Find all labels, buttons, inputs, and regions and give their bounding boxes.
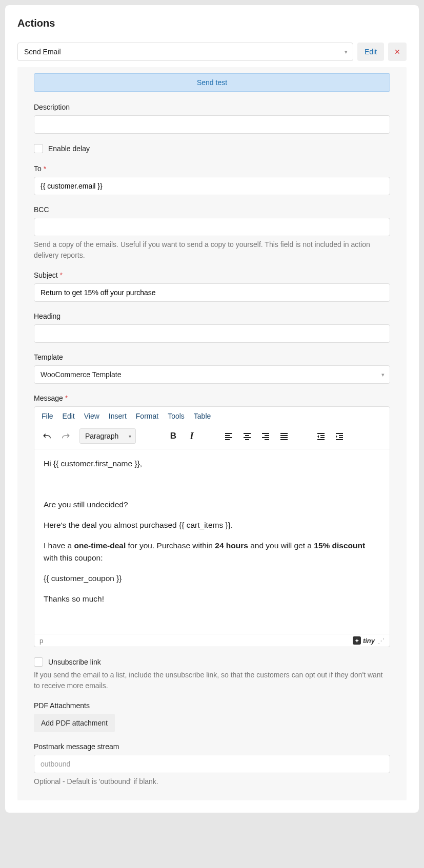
add-pdf-button[interactable]: Add PDF attachment bbox=[34, 714, 115, 732]
unsubscribe-label: Unsubscribe link bbox=[48, 658, 101, 666]
description-label: Description bbox=[34, 103, 390, 111]
message-line: Are you still undecided? bbox=[44, 499, 380, 511]
editor-statusbar: p ✦tiny ⋰ bbox=[34, 634, 390, 647]
menu-table[interactable]: Table bbox=[194, 412, 211, 420]
template-label: Template bbox=[34, 353, 390, 361]
align-center-icon bbox=[243, 431, 252, 441]
to-field: To * bbox=[34, 164, 390, 195]
template-select[interactable]: WooCommerce Template ▾ bbox=[34, 365, 390, 384]
page-title: Actions bbox=[17, 17, 407, 29]
heading-field: Heading bbox=[34, 312, 390, 343]
action-type-value: Send Email bbox=[24, 48, 61, 56]
align-justify-icon bbox=[279, 431, 289, 441]
align-right-icon bbox=[261, 431, 270, 441]
chevron-down-icon: ▾ bbox=[381, 371, 385, 378]
outdent-icon bbox=[316, 431, 326, 441]
indent-button[interactable] bbox=[332, 428, 347, 444]
chevron-down-icon: ▾ bbox=[345, 49, 348, 55]
indent-icon bbox=[335, 431, 344, 441]
message-line: I have a one-time-deal for you. Purchase… bbox=[44, 540, 380, 564]
message-line: Hi {{ customer.first_name }}, bbox=[44, 458, 380, 470]
align-justify-button[interactable] bbox=[276, 428, 292, 444]
to-input[interactable] bbox=[34, 177, 390, 195]
action-type-select[interactable]: Send Email ▾ bbox=[17, 43, 353, 61]
editor-content-area[interactable]: Hi {{ customer.first_name }}, Are you st… bbox=[34, 449, 390, 634]
actions-card: Actions Send Email ▾ Edit ✕ Send test De… bbox=[5, 5, 419, 813]
menu-tools[interactable]: Tools bbox=[168, 412, 185, 420]
action-top-row: Send Email ▾ Edit ✕ bbox=[17, 43, 407, 61]
unsubscribe-field: Unsubscribe link bbox=[34, 657, 390, 667]
undo-icon bbox=[43, 431, 52, 441]
resize-handle-icon[interactable]: ⋰ bbox=[378, 637, 385, 645]
menu-format[interactable]: Format bbox=[136, 412, 158, 420]
align-left-button[interactable] bbox=[221, 428, 236, 444]
subject-label: Subject * bbox=[34, 271, 390, 279]
align-left-icon bbox=[224, 431, 233, 441]
editor-menubar: File Edit View Insert Format Tools Table bbox=[34, 407, 390, 425]
unsubscribe-checkbox[interactable] bbox=[34, 657, 43, 667]
bold-icon: B bbox=[170, 431, 176, 441]
unsubscribe-help: If you send the email to a list, include… bbox=[34, 670, 390, 691]
close-icon: ✕ bbox=[394, 48, 400, 56]
template-value: WooCommerce Template bbox=[41, 370, 121, 379]
message-line: {{ customer_coupon }} bbox=[44, 572, 380, 585]
menu-file[interactable]: File bbox=[42, 412, 53, 420]
block-format-select[interactable]: Paragraph ▾ bbox=[79, 428, 136, 444]
redo-icon bbox=[61, 431, 70, 441]
delete-button[interactable]: ✕ bbox=[388, 43, 407, 61]
editor-toolbar: Paragraph ▾ B I bbox=[34, 425, 390, 449]
enable-delay-label: Enable delay bbox=[48, 144, 90, 153]
pdf-label: PDF Attachments bbox=[34, 701, 390, 710]
bcc-help: Send a copy of the emails. Useful if you… bbox=[34, 239, 390, 261]
bcc-input[interactable] bbox=[34, 218, 390, 236]
align-right-button[interactable] bbox=[258, 428, 273, 444]
outdent-button[interactable] bbox=[313, 428, 329, 444]
menu-insert[interactable]: Insert bbox=[109, 412, 127, 420]
menu-view[interactable]: View bbox=[84, 412, 99, 420]
heading-label: Heading bbox=[34, 312, 390, 320]
rich-text-editor: File Edit View Insert Format Tools Table bbox=[34, 406, 390, 647]
message-field: Message * File Edit View Insert Format T… bbox=[34, 394, 390, 647]
template-field: Template WooCommerce Template ▾ bbox=[34, 353, 390, 384]
edit-button[interactable]: Edit bbox=[357, 43, 384, 61]
postmark-input[interactable] bbox=[34, 755, 390, 773]
bcc-field: BCC Send a copy of the emails. Useful if… bbox=[34, 205, 390, 261]
description-field: Description bbox=[34, 103, 390, 134]
chevron-down-icon: ▾ bbox=[129, 433, 131, 439]
redo-button[interactable] bbox=[58, 428, 73, 444]
bcc-label: BCC bbox=[34, 205, 390, 214]
postmark-help: Optional - Default is 'outbound' if blan… bbox=[34, 776, 390, 787]
menu-edit[interactable]: Edit bbox=[63, 412, 75, 420]
enable-delay-field: Enable delay bbox=[34, 144, 390, 153]
enable-delay-checkbox[interactable] bbox=[34, 144, 43, 153]
subject-field: Subject * bbox=[34, 271, 390, 302]
message-line: Thanks so much! bbox=[44, 593, 380, 605]
pdf-field: PDF Attachments Add PDF attachment bbox=[34, 701, 390, 732]
send-test-button[interactable]: Send test bbox=[34, 73, 390, 92]
italic-button[interactable]: I bbox=[184, 428, 199, 444]
postmark-label: Postmark message stream bbox=[34, 742, 390, 751]
to-label: To * bbox=[34, 164, 390, 173]
message-line: Here's the deal you almost purchased {{ … bbox=[44, 519, 380, 531]
editor-element-path[interactable]: p bbox=[39, 637, 43, 645]
undo-button[interactable] bbox=[39, 428, 55, 444]
message-label: Message * bbox=[34, 394, 390, 402]
description-input[interactable] bbox=[34, 115, 390, 134]
subject-input[interactable] bbox=[34, 283, 390, 302]
tiny-logo: ✦tiny bbox=[353, 636, 375, 645]
italic-icon: I bbox=[190, 431, 193, 442]
bold-button[interactable]: B bbox=[166, 428, 181, 444]
align-center-button[interactable] bbox=[239, 428, 255, 444]
postmark-field: Postmark message stream Optional - Defau… bbox=[34, 742, 390, 787]
action-settings-panel: Send test Description Enable delay To * … bbox=[17, 67, 407, 800]
heading-input[interactable] bbox=[34, 324, 390, 343]
